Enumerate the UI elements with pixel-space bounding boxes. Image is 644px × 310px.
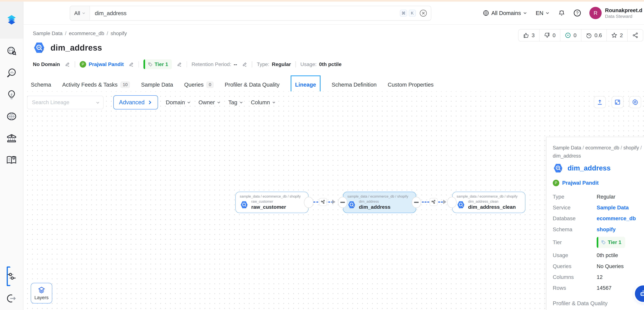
breadcrumb-database[interactable]: ecommerce_db xyxy=(69,31,108,36)
export-lineage-button[interactable] xyxy=(594,96,606,108)
panel-breadcrumb-schema[interactable]: shopify xyxy=(624,145,642,150)
pipeline-edge-button[interactable] xyxy=(319,198,327,206)
language-selector[interactable]: EN xyxy=(536,10,550,16)
version-button[interactable]: 0.6 xyxy=(581,30,606,41)
breadcrumb-schema[interactable]: shopify xyxy=(110,31,127,36)
lineage-settings-button[interactable] xyxy=(629,96,641,108)
node-name: dim_address xyxy=(359,199,391,204)
clear-search-icon[interactable] xyxy=(420,10,427,17)
info-label: Columns xyxy=(553,274,597,280)
service-link[interactable]: Sample Data xyxy=(597,205,629,211)
downvote-button[interactable]: 0 xyxy=(539,30,560,41)
usage-label: Usage: xyxy=(300,61,316,67)
panel-breadcrumb-service[interactable]: Sample Data xyxy=(553,145,586,150)
tier-chip[interactable]: Tier 1 xyxy=(144,59,172,69)
info-row-tier: Tier Tier 1 xyxy=(553,237,644,248)
sidebar-item-glossary[interactable] xyxy=(6,154,17,166)
notifications-button[interactable] xyxy=(558,10,565,17)
expand-handle[interactable] xyxy=(304,197,314,208)
tier-chip: Tier 1 xyxy=(597,237,625,248)
breadcrumb-service[interactable]: Sample Data xyxy=(33,31,66,36)
node-display-name: raw_customer xyxy=(251,204,286,210)
schema-link[interactable]: shopify xyxy=(597,226,616,232)
expand-handle[interactable] xyxy=(447,197,456,208)
panel-breadcrumb-database[interactable]: ecommerce_db xyxy=(586,145,624,150)
search-scope-dropdown[interactable]: All xyxy=(70,6,90,20)
sidebar-item-explore[interactable] xyxy=(6,45,17,57)
user-avatar: R xyxy=(590,7,602,19)
lineage-node-dim-address[interactable]: sample_data / ecommerce_db / shopify dim… xyxy=(343,192,416,213)
entity-meta-row: No Domain P Prajwal Pandit Tier 1 xyxy=(33,60,644,69)
sidebar-item-insights[interactable] xyxy=(6,89,17,100)
lineage-node-dim-address-clean[interactable]: sample_data / ecommerce_db / shopify dim… xyxy=(452,192,525,213)
top-accent-strip xyxy=(0,0,644,2)
panel-breadcrumb-table[interactable]: dim_address xyxy=(553,153,581,159)
layers-button[interactable]: Layers xyxy=(31,283,52,303)
header-right-cluster: All Domains EN ? R Rounakpreet.d Data St… xyxy=(483,2,644,24)
edit-domain-icon[interactable] xyxy=(65,62,70,67)
tab-label: Sample Data xyxy=(141,81,173,88)
user-menu[interactable]: R Rounakpreet.d Data Steward xyxy=(590,7,642,19)
info-row-queries: Queries No Queries xyxy=(553,263,644,270)
info-label: Service xyxy=(553,205,597,211)
chevron-down-icon xyxy=(272,101,276,104)
sidebar-item-settings[interactable] xyxy=(6,270,17,282)
history-icon xyxy=(586,32,592,38)
lineage-toolbar: Advanced Domain Owner Tag Column xyxy=(27,95,276,109)
info-row-usage: Usage 0th pctile xyxy=(553,252,644,259)
info-row-type: Type Regular xyxy=(553,193,644,200)
sidebar-item-observability[interactable] xyxy=(6,67,17,78)
version-number: 0.6 xyxy=(594,32,602,38)
panel-title[interactable]: dim_address xyxy=(568,164,610,172)
pipeline-edge-button[interactable] xyxy=(430,198,438,206)
edit-owner-icon[interactable] xyxy=(129,62,134,67)
filter-tag-dropdown[interactable]: Tag xyxy=(228,99,243,106)
search-scope-label: All xyxy=(74,10,80,16)
node-display-name: dim_address_clean xyxy=(468,204,516,210)
type-label: Type: xyxy=(257,61,269,67)
sidebar-bottom xyxy=(0,270,23,304)
panel-owner-link[interactable]: Prajwal Pandit xyxy=(562,180,598,186)
entity-header: Sample Data ecommerce_db shopify dim_add… xyxy=(24,25,644,69)
gear-icon xyxy=(632,99,638,105)
panel-owner-row: P Prajwal Pandit xyxy=(553,180,644,186)
open-book-icon xyxy=(6,154,17,166)
collapse-downstream-handle[interactable] xyxy=(412,197,421,208)
filter-column-dropdown[interactable]: Column xyxy=(251,99,276,106)
node-name: raw_customer xyxy=(251,199,286,204)
sidebar-item-govern[interactable] xyxy=(6,132,17,144)
collapse-upstream-handle[interactable] xyxy=(338,197,347,208)
expand-icon xyxy=(614,99,621,105)
advanced-search-button[interactable]: Advanced xyxy=(114,95,158,109)
database-link[interactable]: ecommerce_db xyxy=(597,215,636,222)
fullscreen-button[interactable] xyxy=(612,96,624,108)
info-label: Usage xyxy=(553,252,597,258)
edit-retention-icon[interactable] xyxy=(242,62,248,67)
help-button[interactable]: ? xyxy=(574,10,581,17)
edit-tier-icon[interactable] xyxy=(177,62,182,67)
tasks-button[interactable]: 0 xyxy=(560,30,581,41)
filter-domain-dropdown[interactable]: Domain xyxy=(166,99,190,106)
export-icon xyxy=(596,99,603,105)
info-value: Regular xyxy=(597,194,615,200)
global-search-input[interactable] xyxy=(90,10,400,17)
table-hexagon-icon xyxy=(240,200,248,209)
type-value: Regular xyxy=(272,61,291,67)
share-button[interactable] xyxy=(627,30,643,41)
star-button[interactable]: 2 xyxy=(606,30,628,41)
upvote-button[interactable]: 3 xyxy=(518,30,539,41)
sidebar-item-logout[interactable] xyxy=(6,293,17,304)
lineage-node-raw-customer[interactable]: sample_data / ecommerce_db / shopify raw… xyxy=(235,192,308,213)
filter-owner-dropdown[interactable]: Owner xyxy=(198,99,220,106)
owner-link[interactable]: Prajwal Pandit xyxy=(89,61,124,67)
chevron-down-icon xyxy=(82,11,86,15)
filter-label: Tag xyxy=(228,99,237,106)
divider xyxy=(187,61,187,67)
tier-label: Tier 1 xyxy=(154,61,168,67)
sidebar-item-domains[interactable] xyxy=(6,111,17,122)
cmd-key-badge: ⌘ xyxy=(400,10,407,17)
app-logo[interactable] xyxy=(0,2,23,39)
lineage-search-input[interactable] xyxy=(27,96,104,109)
node-breadcrumb: sample_data / ecommerce_db / shopify xyxy=(347,194,412,199)
domains-selector[interactable]: All Domains xyxy=(483,10,527,16)
